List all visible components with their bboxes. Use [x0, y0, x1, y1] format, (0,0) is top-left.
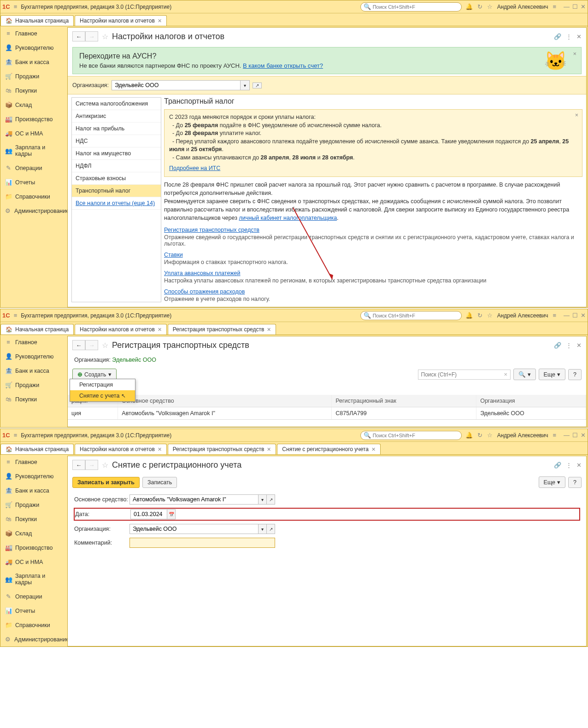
- close-icon[interactable]: ✕: [581, 432, 586, 439]
- maximize-icon[interactable]: ☐: [572, 432, 578, 439]
- tax-item[interactable]: НДФЛ: [72, 160, 161, 172]
- star-icon[interactable]: ☆: [487, 3, 493, 10]
- side-admin[interactable]: ⚙Администрирование: [0, 632, 67, 646]
- col-header[interactable]: Регистрационный знак: [332, 395, 476, 407]
- side-operations[interactable]: ✎Операции: [0, 589, 67, 604]
- tax-item[interactable]: Страховые взносы: [72, 172, 161, 185]
- save-button[interactable]: Записать: [142, 477, 177, 488]
- side-main[interactable]: ≡Главное: [0, 455, 67, 469]
- close-icon[interactable]: ✕: [581, 312, 586, 319]
- favorite-icon[interactable]: ☆: [102, 341, 108, 350]
- close-page-icon[interactable]: ✕: [576, 33, 582, 40]
- side-operations[interactable]: ✎Операции: [0, 161, 67, 175]
- favorite-icon[interactable]: ☆: [102, 32, 108, 41]
- tab-close-icon[interactable]: ✕: [267, 446, 271, 452]
- side-main[interactable]: ≡Главное: [0, 26, 67, 41]
- banner-close-icon[interactable]: ×: [573, 50, 576, 57]
- org-dropdown-icon[interactable]: ▾: [241, 80, 250, 90]
- tab-home[interactable]: 🏠 Начальная страница: [0, 15, 74, 26]
- date-input[interactable]: [130, 509, 167, 519]
- username[interactable]: Андрей Алексеевич: [497, 432, 548, 439]
- tax-item[interactable]: Система налогообложения: [72, 98, 161, 110]
- side-sales[interactable]: 🛒Продажи: [0, 378, 67, 392]
- history-icon[interactable]: ↻: [477, 432, 482, 439]
- org-value[interactable]: Эдельвейс ООО: [112, 357, 156, 363]
- tab-registration[interactable]: Регистрация транспортных средств✕: [168, 444, 276, 454]
- save-close-button[interactable]: Записать и закрыть: [72, 477, 140, 488]
- tax-item[interactable]: Налог на имущество: [72, 147, 161, 160]
- tab-close-icon[interactable]: ✕: [371, 446, 376, 452]
- open-icon[interactable]: ↗: [267, 494, 275, 505]
- side-purchases[interactable]: 🛍Покупки: [0, 392, 67, 406]
- tax-item[interactable]: Антикризис: [72, 110, 161, 123]
- back-button[interactable]: ←: [72, 340, 85, 350]
- open-icon[interactable]: ↗: [267, 524, 275, 534]
- menu-deregister[interactable]: Снятие с учета ↖: [70, 390, 135, 401]
- tab-registration[interactable]: Регистрация транспортных средств✕: [168, 324, 276, 335]
- search-input[interactable]: [373, 313, 459, 318]
- history-icon[interactable]: ↻: [477, 312, 482, 319]
- bell-icon[interactable]: 🔔: [465, 432, 473, 439]
- col-header[interactable]: Основное средство: [118, 395, 332, 407]
- star-icon[interactable]: ☆: [487, 312, 493, 319]
- clear-icon[interactable]: ×: [501, 371, 511, 378]
- list-search-input[interactable]: [418, 370, 501, 379]
- dropdown-icon[interactable]: ▾: [259, 524, 267, 534]
- tax-item[interactable]: НДС: [72, 135, 161, 147]
- close-page-icon[interactable]: ✕: [576, 462, 582, 469]
- info-link[interactable]: личный кабинет налогоплательщика: [239, 215, 337, 221]
- tab-close-icon[interactable]: ✕: [267, 327, 271, 333]
- settings-icon[interactable]: ≡: [553, 3, 556, 10]
- username[interactable]: Андрей Алексеевич: [497, 312, 548, 319]
- section-link[interactable]: Уплата авансовых платежей: [164, 270, 241, 276]
- side-payroll[interactable]: 👥Зарплата и кадры: [0, 569, 67, 589]
- section-link[interactable]: Ставки: [164, 252, 183, 258]
- global-search[interactable]: 🔍: [360, 431, 462, 440]
- side-manager[interactable]: 👤Руководителю: [0, 349, 67, 364]
- side-assets[interactable]: 🚚ОС и НМА: [0, 555, 67, 569]
- table-row[interactable]: ция Автомобиль "Volkswagen Amarok I" С87…: [68, 407, 586, 420]
- tab-close-icon[interactable]: ✕: [158, 327, 162, 333]
- global-search[interactable]: 🔍: [360, 2, 462, 12]
- menu-icon[interactable]: ≡: [14, 432, 18, 439]
- tax-item-transport[interactable]: Транспортный налог: [72, 185, 161, 197]
- side-manager[interactable]: 👤Руководителю: [0, 469, 67, 483]
- tax-item[interactable]: Налог на прибыль: [72, 123, 161, 135]
- more-icon[interactable]: ⋮: [566, 33, 572, 40]
- link-icon[interactable]: 🔗: [554, 342, 561, 349]
- tax-item-all[interactable]: Все налоги и отчеты (еще 14): [72, 197, 161, 210]
- search-button[interactable]: 🔍 ▾: [513, 369, 535, 380]
- link-icon[interactable]: 🔗: [554, 462, 561, 469]
- star-icon[interactable]: ☆: [487, 432, 493, 439]
- menu-icon[interactable]: ≡: [14, 3, 18, 10]
- bell-icon[interactable]: 🔔: [465, 312, 473, 319]
- tab-settings[interactable]: Настройки налогов и отчетов✕: [75, 444, 167, 454]
- side-assets[interactable]: 🚚ОС и НМА: [0, 126, 67, 141]
- side-warehouse[interactable]: 📦Склад: [0, 526, 67, 540]
- more-icon[interactable]: ⋮: [566, 342, 572, 349]
- back-button[interactable]: ←: [72, 460, 85, 470]
- side-sales[interactable]: 🛒Продажи: [0, 498, 67, 512]
- warn-close-icon[interactable]: ×: [575, 112, 578, 120]
- close-icon[interactable]: ✕: [581, 3, 586, 10]
- side-catalogs[interactable]: 📁Справочники: [0, 618, 67, 632]
- side-reports[interactable]: 📊Отчеты: [0, 604, 67, 618]
- menu-registration[interactable]: Регистрация: [70, 379, 135, 390]
- minimize-icon[interactable]: —: [564, 312, 570, 319]
- org-input[interactable]: [129, 524, 259, 534]
- forward-button[interactable]: →: [85, 340, 98, 350]
- calendar-icon[interactable]: 📅: [167, 509, 176, 519]
- section-link[interactable]: Способы отражения расходов: [164, 288, 245, 295]
- side-admin[interactable]: ⚙Администрирование: [0, 204, 67, 218]
- minimize-icon[interactable]: —: [564, 432, 570, 439]
- bell-icon[interactable]: 🔔: [465, 3, 473, 10]
- side-reports[interactable]: 📊Отчеты: [0, 175, 67, 189]
- warn-link[interactable]: Подробнее на ИТС: [169, 165, 220, 171]
- list-search[interactable]: ×: [418, 370, 511, 380]
- menu-icon[interactable]: ≡: [14, 312, 18, 319]
- side-purchases[interactable]: 🛍Покупки: [0, 512, 67, 526]
- asset-input[interactable]: [129, 494, 259, 505]
- section-link[interactable]: Регистрация транспортных средств: [164, 227, 259, 233]
- side-bank[interactable]: 🏦Банк и касса: [0, 364, 67, 378]
- tab-home[interactable]: 🏠 Начальная страница: [0, 444, 74, 454]
